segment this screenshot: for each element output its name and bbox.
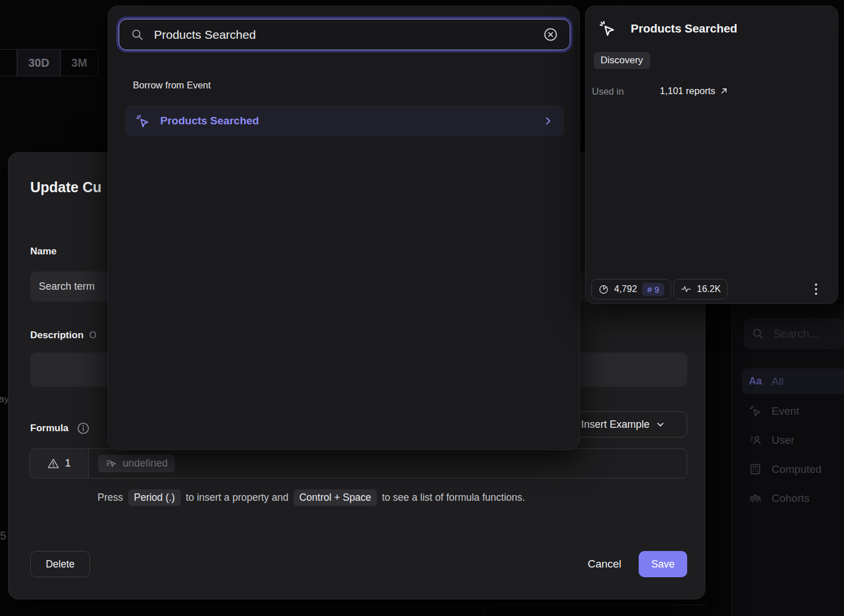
- property-search-dropdown: Borrow from Event Products Searched: [108, 6, 580, 450]
- activity-icon: [680, 283, 692, 295]
- chevron-right-icon: [542, 115, 554, 127]
- used-in-reports-link[interactable]: 1,101 reports: [660, 86, 728, 96]
- formula-error-counter: 1: [29, 448, 88, 479]
- name-label: Name: [30, 246, 56, 257]
- external-link-icon: [720, 87, 728, 95]
- pie-chart-icon: [598, 284, 609, 295]
- save-button[interactable]: Save: [639, 551, 687, 577]
- event-count-pill[interactable]: 4,792 # 9: [591, 279, 671, 299]
- more-options-icon[interactable]: [815, 283, 817, 295]
- clear-search-icon[interactable]: [543, 27, 558, 42]
- panel-header: Products Searched: [598, 19, 737, 37]
- formula-field[interactable]: undefined: [88, 448, 687, 479]
- search-icon: [131, 28, 144, 41]
- property-icon: [105, 458, 117, 469]
- panel-title: Products Searched: [631, 22, 737, 35]
- sidebar-item-computed[interactable]: Computed: [742, 456, 844, 482]
- property-search-field: [119, 19, 570, 50]
- formula-label-row: Formula: [30, 422, 90, 435]
- sidebar-item-label: Event: [772, 405, 800, 418]
- search-icon: [752, 327, 764, 340]
- helper-part2: to insert a property and: [186, 492, 289, 504]
- formula-helper-text: Press Period (.) to insert a property an…: [98, 487, 525, 508]
- sidebar-search-input[interactable]: [772, 327, 835, 341]
- delete-button[interactable]: Delete: [30, 551, 90, 577]
- kbd-control-space: Control + Space: [294, 489, 377, 506]
- formula-chip-label: undefined: [123, 457, 168, 469]
- user-icon: [749, 433, 762, 447]
- cancel-button[interactable]: Cancel: [578, 551, 631, 577]
- sidebar-item-label: User: [772, 434, 794, 447]
- background-axis-fragment: 5: [0, 529, 6, 542]
- used-in-value: 1,101 reports: [660, 86, 715, 96]
- sidebar-item-cohorts[interactable]: Cohorts: [742, 485, 844, 511]
- search-result-products-searched[interactable]: Products Searched: [125, 106, 564, 136]
- all-types-icon: Aa: [749, 375, 762, 387]
- description-optional-hint: O: [90, 330, 96, 341]
- chevron-down-icon: [655, 419, 666, 429]
- sidebar-item-event[interactable]: Event: [742, 398, 844, 424]
- time-range-30d[interactable]: 30D: [17, 49, 60, 76]
- property-search-input[interactable]: [153, 27, 534, 42]
- formula-property-chip[interactable]: undefined: [98, 455, 175, 472]
- result-label: Products Searched: [160, 115, 532, 127]
- event-count: 4,792: [614, 284, 637, 294]
- event-rank-badge: # 9: [642, 283, 664, 296]
- event-icon: [749, 404, 762, 418]
- event-volume: 16.2K: [697, 284, 721, 294]
- description-label-row: Description O: [30, 330, 96, 341]
- helper-part3: to see a list of formula functions.: [382, 492, 525, 504]
- formula-label: Formula: [30, 423, 68, 434]
- modal-title: Update Cu: [30, 179, 102, 196]
- warning-icon: [47, 457, 59, 469]
- insert-example-label: Insert Example: [581, 419, 650, 431]
- helper-part1: Press: [98, 492, 123, 504]
- used-in-label: Used in: [592, 86, 624, 97]
- event-icon: [598, 19, 616, 37]
- app-root: D 30D 3M lay 5 Aa All Event: [0, 0, 844, 616]
- sidebar-item-label: Computed: [772, 463, 822, 476]
- background-card-edge: [484, 605, 707, 616]
- sidebar-search[interactable]: [744, 318, 844, 349]
- info-icon[interactable]: [76, 422, 90, 435]
- event-detail-panel: Products Searched Discovery Used in 1,10…: [585, 6, 838, 304]
- category-badge: Discovery: [594, 52, 650, 69]
- kbd-period: Period (.): [128, 489, 181, 506]
- computed-icon: [749, 463, 762, 476]
- time-range-3m[interactable]: 3M: [60, 49, 98, 76]
- cohorts-icon: [749, 492, 762, 505]
- sidebar-item-label: All: [772, 375, 784, 388]
- property-filter-sidebar: Aa All Event User: [732, 303, 844, 616]
- event-icon: [135, 114, 150, 128]
- event-volume-pill[interactable]: 16.2K: [673, 279, 728, 299]
- sidebar-item-user[interactable]: User: [742, 427, 844, 453]
- borrow-from-event-label: Borrow from Event: [133, 80, 211, 91]
- description-label: Description: [30, 330, 84, 341]
- time-range-prev[interactable]: D: [0, 49, 17, 76]
- sidebar-item-all[interactable]: Aa All: [742, 368, 844, 394]
- error-count: 1: [65, 457, 71, 469]
- sidebar-item-label: Cohorts: [772, 492, 810, 505]
